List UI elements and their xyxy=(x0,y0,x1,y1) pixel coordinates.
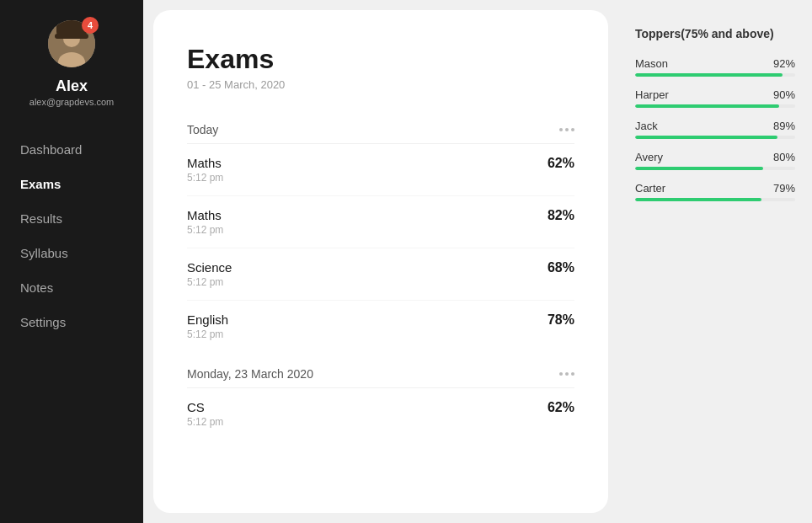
avatar-wrapper: 4 xyxy=(48,20,95,67)
topper-name: Jack xyxy=(635,120,658,132)
exam-name: English xyxy=(187,312,228,327)
dots-menu-today[interactable] xyxy=(559,128,574,131)
section-label-monday: Monday, 23 March 2020 xyxy=(187,367,313,381)
topper-row: Mason 92% xyxy=(635,57,795,77)
topper-row: Avery 80% xyxy=(635,151,795,170)
user-name: Alex xyxy=(56,77,88,95)
section-today: Today Maths 5:12 pm 62% Maths 5:12 pm 82… xyxy=(187,115,574,352)
topper-score: 90% xyxy=(773,88,795,101)
exam-name: Science xyxy=(187,260,232,275)
exam-item: CS 5:12 pm 62% xyxy=(187,388,574,440)
topper-row: Harper 90% xyxy=(635,88,795,108)
topper-row: Jack 89% xyxy=(635,120,795,139)
topper-row: Carter 79% xyxy=(635,182,795,201)
toppers-title: Toppers(75% and above) xyxy=(635,27,795,40)
progress-bar-bg xyxy=(635,167,795,170)
exam-time: 5:12 pm xyxy=(187,172,223,184)
exam-name: CS xyxy=(187,400,223,414)
sidebar-nav: Dashboard Exams Results Syllabus Notes S… xyxy=(0,134,143,338)
exam-time: 5:12 pm xyxy=(187,328,228,340)
sidebar: 4 Alex alex@grapdevs.com Dashboard Exams… xyxy=(0,0,143,523)
exam-score: 62% xyxy=(548,156,574,171)
topper-name: Avery xyxy=(635,151,663,163)
main-content: Exams 01 - 25 March, 2020 Today Maths 5:… xyxy=(153,10,608,513)
page-subtitle: 01 - 25 March, 2020 xyxy=(187,78,574,91)
exam-details: English 5:12 pm xyxy=(187,312,228,340)
progress-bar-fill xyxy=(635,73,783,77)
section-label-today: Today xyxy=(187,123,218,136)
exam-item: English 5:12 pm 78% xyxy=(187,301,574,352)
section-monday: Monday, 23 March 2020 CS 5:12 pm 62% xyxy=(187,359,574,440)
exam-details: Maths 5:12 pm xyxy=(187,156,223,184)
exam-name: Maths xyxy=(187,208,223,222)
topper-score: 79% xyxy=(773,182,795,195)
sidebar-item-notes[interactable]: Notes xyxy=(20,272,123,303)
sidebar-item-results[interactable]: Results xyxy=(20,203,123,234)
progress-bar-fill xyxy=(635,167,763,170)
dot-2 xyxy=(565,128,569,131)
sidebar-item-settings[interactable]: Settings xyxy=(20,307,123,338)
progress-bar-fill xyxy=(635,198,761,201)
exam-score: 68% xyxy=(548,260,574,275)
exam-details: Science 5:12 pm xyxy=(187,260,232,288)
user-email: alex@grapdevs.com xyxy=(29,97,114,107)
topper-score: 89% xyxy=(773,120,795,132)
topper-score: 80% xyxy=(773,151,795,163)
progress-bar-bg xyxy=(635,73,795,77)
dot-3 xyxy=(571,128,574,131)
exam-details: CS 5:12 pm xyxy=(187,400,223,428)
exam-time: 5:12 pm xyxy=(187,224,223,236)
sidebar-item-dashboard[interactable]: Dashboard xyxy=(20,134,123,165)
exam-score: 62% xyxy=(548,400,574,415)
progress-bar-bg xyxy=(635,104,795,108)
exam-time: 5:12 pm xyxy=(187,416,223,428)
svg-rect-4 xyxy=(55,34,88,39)
progress-bar-fill xyxy=(635,104,779,108)
dot-1 xyxy=(559,128,563,131)
exam-time: 5:12 pm xyxy=(187,276,232,288)
sidebar-item-exams[interactable]: Exams xyxy=(20,168,123,200)
topper-name: Harper xyxy=(635,88,669,101)
exam-name: Maths xyxy=(187,156,223,170)
page-title: Exams xyxy=(187,44,574,75)
progress-bar-fill xyxy=(635,136,777,139)
topper-info: Jack 89% xyxy=(635,120,795,132)
topper-info: Harper 90% xyxy=(635,88,795,101)
dot-1 xyxy=(559,372,563,376)
dots-menu-monday[interactable] xyxy=(559,372,574,376)
dot-2 xyxy=(565,372,569,376)
progress-bar-bg xyxy=(635,198,795,201)
exam-item: Maths 5:12 pm 62% xyxy=(187,144,574,196)
exam-item: Science 5:12 pm 68% xyxy=(187,248,574,301)
exam-score: 82% xyxy=(548,208,574,223)
sidebar-profile: 4 Alex alex@grapdevs.com xyxy=(0,20,143,134)
topper-name: Carter xyxy=(635,182,665,195)
dot-3 xyxy=(571,372,574,376)
section-header-monday: Monday, 23 March 2020 xyxy=(187,359,574,388)
section-header-today: Today xyxy=(187,115,574,144)
progress-bar-bg xyxy=(635,136,795,139)
topper-info: Avery 80% xyxy=(635,151,795,163)
exam-item: Maths 5:12 pm 82% xyxy=(187,196,574,248)
notification-badge: 4 xyxy=(82,17,99,34)
topper-info: Mason 92% xyxy=(635,57,795,70)
exam-score: 78% xyxy=(548,312,574,328)
topper-score: 92% xyxy=(773,57,795,70)
sidebar-item-syllabus[interactable]: Syllabus xyxy=(20,237,123,269)
topper-name: Mason xyxy=(635,57,668,70)
right-panel: Toppers(75% and above) Mason 92% Harper … xyxy=(618,0,812,523)
exam-details: Maths 5:12 pm xyxy=(187,208,223,236)
topper-info: Carter 79% xyxy=(635,182,795,195)
